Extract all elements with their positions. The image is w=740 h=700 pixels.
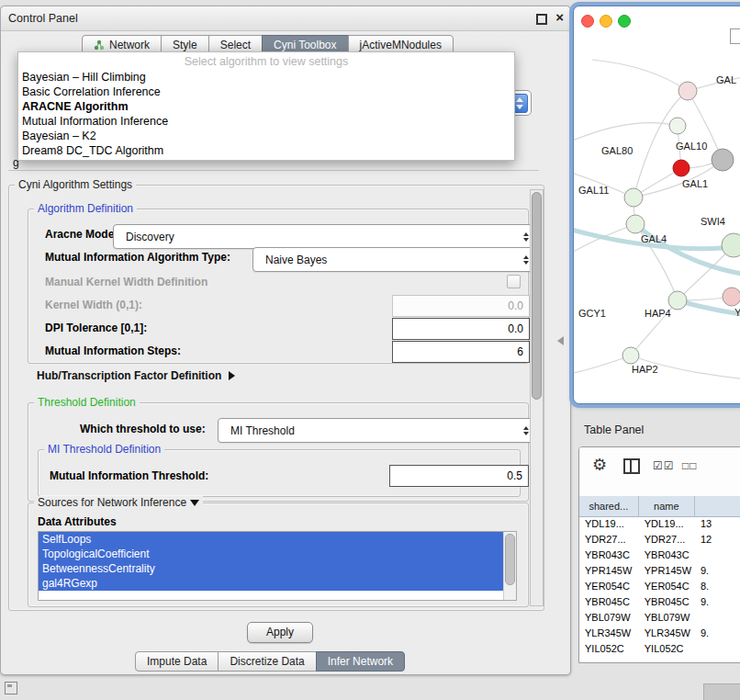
gear-icon[interactable]: ⚙ [592, 455, 607, 475]
table-cell: YIL052C [639, 641, 695, 657]
settings-scrollbar-thumb[interactable] [532, 192, 542, 400]
cyni-settings-legend: Cyni Algorithm Settings [15, 178, 136, 191]
mi-steps-value: 6 [517, 345, 523, 358]
tab-label: jActiveMNodules [360, 39, 442, 51]
network-node[interactable] [678, 82, 697, 100]
table-cell: YPR145W [579, 563, 639, 579]
kernel-width-field[interactable]: 0.0 [392, 295, 530, 317]
algorithm-menu-item[interactable]: Mutual Information Inference [18, 114, 514, 129]
table-row[interactable]: YBR043CYBR043C [579, 548, 740, 563]
mi-threshold-group: MI Threshold Definition Mutual Informati… [38, 449, 521, 497]
network-node[interactable] [673, 160, 690, 176]
table-cell: YIL052C [579, 641, 639, 657]
node-label: HAP2 [632, 364, 658, 375]
minimized-panel-icon[interactable] [5, 682, 17, 694]
table-row[interactable]: YIL052CYIL052C [579, 641, 740, 657]
table-row[interactable]: YLR345WYLR345W9. [579, 626, 740, 641]
network-node[interactable] [668, 291, 687, 310]
node-label: SWI4 [701, 216, 725, 227]
network-node[interactable] [622, 347, 639, 364]
table-cell: YLR345W [639, 626, 695, 641]
collapse-down-icon [190, 500, 199, 506]
tab-infer-network[interactable]: Infer Network [316, 651, 405, 672]
window-controls [581, 15, 631, 28]
hub-section-toggle[interactable]: Hub/Transcription Factor Definition [37, 369, 235, 382]
tab-label: Infer Network [328, 655, 393, 668]
close-icon[interactable]: × [555, 9, 564, 25]
threshold-definition-group: Threshold Definition Which threshold to … [28, 402, 529, 502]
manual-kernel-label: Manual Kernel Width Definition [45, 276, 207, 288]
zoom-traffic-light[interactable] [618, 15, 631, 28]
network-node[interactable] [723, 288, 740, 306]
sources-legend[interactable]: Sources for Network Inference [34, 496, 203, 509]
table-cell: 13 [695, 516, 740, 532]
attribute-list-item[interactable]: gal4RGexp [39, 576, 516, 591]
attribute-list-item[interactable]: TopologicalCoefficient [39, 547, 516, 561]
tab-label: Select [220, 39, 251, 51]
table-row[interactable]: YDL19...YDL19...13 [579, 516, 740, 532]
mi-type-value: Naive Bayes [265, 254, 327, 266]
network-node[interactable] [669, 118, 686, 134]
table-toolbar: ⚙ ☑☑ □□ [579, 447, 740, 497]
mi-threshold-field[interactable]: 0.5 [389, 465, 529, 487]
tab-impute-data[interactable]: Impute Data [135, 651, 219, 672]
network-tab-icon [94, 40, 105, 51]
mi-steps-field[interactable]: 6 [392, 341, 530, 363]
algorithm-menu-item[interactable]: ARACNE Algorithm [18, 99, 514, 114]
table-column-header[interactable]: shared... [579, 496, 639, 516]
select-all-checks-icon[interactable]: ☑☑ [653, 459, 675, 472]
table-row[interactable]: YBR045CYBR045C9. [579, 594, 740, 610]
data-attributes-list[interactable]: SelfLoopsTopologicalCoefficientBetweenne… [38, 531, 517, 601]
table-cell: 9. [695, 563, 740, 579]
mi-threshold-label: Mutual Information Threshold: [50, 469, 208, 482]
close-traffic-light[interactable] [581, 15, 594, 28]
table-row[interactable]: YPR145WYPR145W9. [579, 563, 740, 579]
settings-scrollbar[interactable] [530, 189, 544, 606]
table-cell: YBR045C [639, 594, 695, 610]
algorithm-menu-item[interactable]: Dream8 DC_TDC Algorithm [18, 143, 514, 158]
minimize-traffic-light[interactable] [600, 15, 612, 28]
network-node[interactable] [712, 149, 734, 171]
table-row[interactable]: YBL079WYBL079W [579, 610, 740, 626]
list-scrollbar-thumb[interactable] [505, 534, 515, 585]
clear-checks-icon[interactable]: □□ [682, 459, 698, 472]
tab-discretize-data[interactable]: Discretize Data [218, 651, 316, 672]
list-scrollbar[interactable] [503, 532, 516, 600]
algorithm-menu-item[interactable]: Basic Correlation Inference [18, 85, 514, 99]
tab-label: Network [109, 39, 150, 51]
which-threshold-select[interactable]: MI Threshold [218, 418, 536, 443]
aracne-mode-value: Discovery [126, 231, 174, 243]
algorithm-menu: Select algorithm to view settings Bayesi… [17, 51, 515, 161]
tab-label: Impute Data [147, 655, 207, 668]
algorithm-menu-item[interactable]: Bayesian – Hill Climbing [18, 70, 514, 85]
table-cell: YER054C [639, 579, 695, 594]
mi-type-label: Mutual Information Algorithm Type: [45, 251, 230, 264]
attribute-list-item[interactable]: BetweennessCentrality [39, 561, 516, 576]
mi-type-select[interactable]: Naive Bayes [252, 247, 536, 272]
table-cell: YBL079W [639, 610, 695, 626]
network-node[interactable] [722, 233, 740, 257]
network-node[interactable] [624, 188, 643, 207]
table-row[interactable]: YER054CYER054C8. [579, 579, 740, 594]
mi-steps-label: Mutual Information Steps: [45, 344, 181, 357]
columns-icon[interactable] [623, 458, 640, 474]
float-window-icon[interactable] [536, 14, 547, 25]
manual-kernel-checkbox[interactable] [507, 275, 521, 288]
aracne-mode-select[interactable]: Discovery [113, 224, 536, 249]
network-canvas[interactable]: GALGAL80GAL10GAL11GAL1SWI4GAL4GCY1HAP4YH… [574, 34, 740, 403]
algorithm-menu-item[interactable]: Bayesian – K2 [18, 129, 514, 143]
kernel-width-value: 0.0 [508, 299, 523, 312]
apply-button[interactable]: Apply [247, 622, 313, 643]
node-label: GAL [716, 74, 736, 85]
desktop: Control Panel × Network Style Select Cyn… [0, 0, 740, 700]
node-label: GCY1 [578, 308, 606, 319]
table-cell: YBR045C [579, 594, 639, 610]
panel-collapse-handle[interactable] [557, 336, 564, 345]
table-cell: 8. [695, 579, 740, 594]
table-column-header[interactable] [695, 496, 740, 516]
table-column-header[interactable]: name [639, 496, 695, 516]
network-node[interactable] [626, 215, 645, 233]
table-row[interactable]: YDR27...YDR27...12 [579, 532, 740, 548]
dpi-tolerance-field[interactable]: 0.0 [392, 318, 530, 340]
attribute-list-item[interactable]: SelfLoops [39, 532, 516, 547]
